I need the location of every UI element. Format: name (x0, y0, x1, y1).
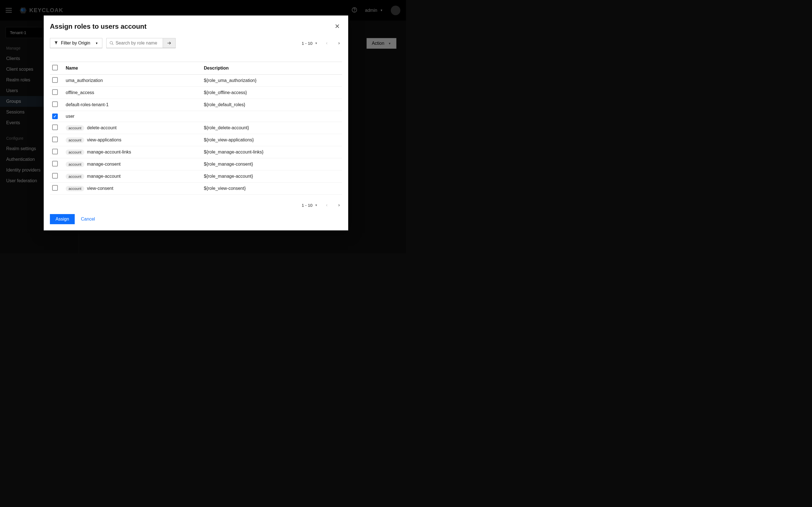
role-desc-cell: ${role_view-applications} (202, 134, 342, 146)
table-row: accountview-applications${role_view-appl… (50, 134, 342, 146)
role-desc-cell: ${role_delete-account} (202, 122, 342, 134)
row-checkbox[interactable] (52, 124, 58, 130)
filter-origin-dropdown[interactable]: Filter by Origin ▼ (50, 38, 102, 48)
page-prev-button[interactable]: ‹ (324, 40, 329, 47)
table-row: uma_authorization${role_uma_authorizatio… (50, 75, 342, 87)
table-row: accountmanage-consent${role_manage-conse… (50, 158, 342, 170)
page-range-dropdown[interactable]: 1 - 10 ▼ (302, 203, 317, 208)
row-checkbox[interactable] (52, 173, 58, 179)
origin-tag: account (66, 125, 84, 131)
pagination-top: 1 - 10 ▼ ‹ › (302, 40, 342, 47)
row-checkbox[interactable] (52, 136, 58, 142)
role-name-cell: accountview-applications (63, 134, 202, 146)
origin-tag: account (66, 162, 84, 167)
modal-toolbar: Filter by Origin ▼ 1 (50, 38, 342, 48)
role-desc-cell (202, 111, 342, 122)
row-checkbox[interactable] (52, 185, 58, 191)
page-next-button[interactable]: › (336, 202, 342, 209)
roles-table: Name Description uma_authorization${role… (50, 62, 342, 194)
svg-point-5 (110, 41, 112, 44)
assign-button[interactable]: Assign (50, 214, 75, 224)
page-next-button[interactable]: › (336, 40, 342, 47)
row-checkbox[interactable] (52, 101, 58, 107)
table-row: accountview-consent${role_view-consent} (50, 182, 342, 194)
role-desc-cell: ${role_view-consent} (202, 182, 342, 194)
role-name-cell: offline_access (63, 87, 202, 99)
role-desc-cell: ${role_default_roles} (202, 99, 342, 111)
svg-line-6 (112, 44, 113, 45)
modal-title: Assign roles to users account (50, 22, 147, 31)
caret-down-icon: ▼ (95, 42, 98, 45)
col-name: Name (63, 62, 202, 75)
role-name-cell: default-roles-tenant-1 (63, 99, 202, 111)
role-desc-cell: ${role_manage-consent} (202, 158, 342, 170)
role-name-cell: accountdelete-account (63, 122, 202, 134)
row-checkbox[interactable] (52, 149, 58, 154)
table-row: accountmanage-account-links${role_manage… (50, 146, 342, 158)
origin-tag: account (66, 174, 84, 179)
role-desc-cell: ${role_manage-account} (202, 170, 342, 182)
funnel-icon (54, 41, 58, 46)
table-row: accountdelete-account${role_delete-accou… (50, 122, 342, 134)
origin-tag: account (66, 137, 84, 143)
origin-tag: account (66, 150, 84, 155)
table-row: default-roles-tenant-1${role_default_rol… (50, 99, 342, 111)
role-name-cell: accountmanage-consent (63, 158, 202, 170)
role-name-cell: accountmanage-account-links (63, 146, 202, 158)
table-row: user (50, 111, 342, 122)
page-prev-button[interactable]: ‹ (324, 202, 329, 209)
table-row: accountmanage-account${role_manage-accou… (50, 170, 342, 182)
origin-tag: account (66, 186, 84, 191)
close-icon[interactable]: ✕ (333, 22, 342, 31)
page-range-dropdown[interactable]: 1 - 10 ▼ (302, 41, 317, 46)
role-desc-cell: ${role_manage-account-links} (202, 146, 342, 158)
role-desc-cell: ${role_uma_authorization} (202, 75, 342, 87)
cancel-button[interactable]: Cancel (81, 217, 95, 222)
role-name-cell: user (63, 111, 202, 122)
row-checkbox[interactable] (52, 161, 58, 166)
role-search-input[interactable] (114, 38, 160, 48)
row-checkbox[interactable] (52, 89, 58, 95)
role-name-cell: accountview-consent (63, 182, 202, 194)
caret-down-icon: ▼ (315, 42, 317, 45)
row-checkbox[interactable] (52, 77, 58, 83)
role-name-cell: accountmanage-account (63, 170, 202, 182)
pagination-bottom: 1 - 10 ▼ ‹ › (302, 202, 342, 209)
role-name-cell: uma_authorization (63, 75, 202, 87)
caret-down-icon: ▼ (315, 204, 317, 207)
search-icon (109, 41, 114, 45)
table-row: offline_access${role_offline-access} (50, 87, 342, 99)
select-all-checkbox[interactable] (52, 65, 58, 70)
search-submit-button[interactable] (163, 38, 175, 48)
arrow-right-icon (167, 41, 172, 46)
col-description: Description (202, 62, 342, 75)
row-checkbox[interactable] (52, 114, 58, 119)
role-desc-cell: ${role_offline-access} (202, 87, 342, 99)
assign-roles-modal: Assign roles to users account ✕ Filter b… (44, 15, 348, 230)
